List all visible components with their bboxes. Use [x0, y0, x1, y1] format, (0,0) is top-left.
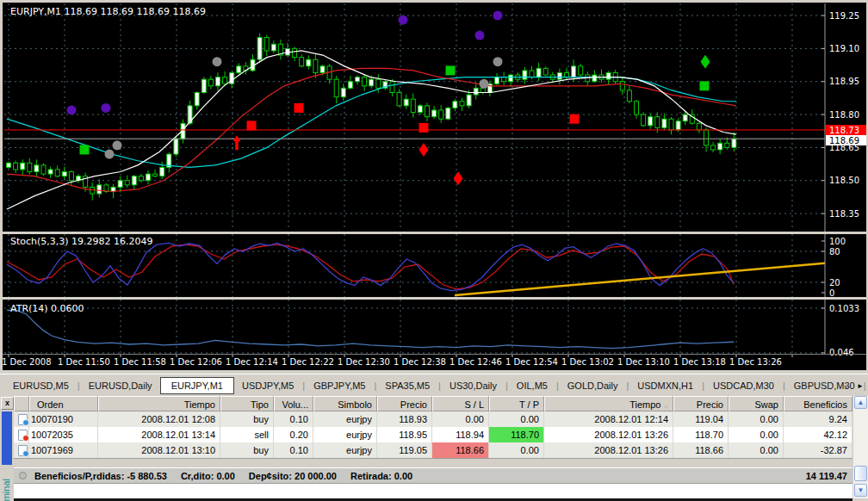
col-beneficios[interactable]: Beneficios — [784, 396, 852, 411]
svg-text:80: 80 — [829, 247, 840, 257]
deposit-total: Dep¢sito: 20 000.00 — [249, 471, 337, 481]
svg-text:1 Dec 12:22: 1 Dec 12:22 — [282, 357, 334, 367]
chart-tab-eurjpy-m1[interactable]: EURJPY,M1 — [160, 377, 234, 394]
type-cell: sell — [220, 427, 274, 442]
buy-order-icon — [18, 445, 28, 456]
terminal-side-strip: x minal — [0, 396, 14, 501]
chart-symbol-title: EURJPY,M1 118.69 118.69 118.69 118.69 — [10, 6, 206, 17]
profit-cell: -32.87 — [784, 442, 852, 458]
col-tiempo[interactable]: Tiempo — [98, 396, 220, 411]
chart-tab-eurusd-m5[interactable]: EURUSD,M5 — [5, 378, 77, 393]
type-cell: buy — [220, 442, 274, 458]
order-id-cell: 10070190 — [29, 411, 98, 427]
svg-text:118.50: 118.50 — [829, 176, 859, 185]
swap-cell: 0.00 — [728, 427, 784, 442]
col-precio-cierre[interactable]: Precio — [673, 396, 728, 411]
svg-text:119.10: 119.10 — [829, 44, 859, 53]
col-tiempo-cierre-label: Tiempo — [629, 399, 660, 410]
col-precio[interactable]: Precio — [377, 396, 432, 411]
atr-indicator-label: ATR(14) 0.0600 — [10, 303, 84, 314]
open-price-cell: 118.95 — [377, 427, 432, 442]
close-terminal-button[interactable]: x — [1, 397, 14, 410]
svg-text:1 Dec 13:02: 1 Dec 13:02 — [561, 357, 614, 367]
scroll-up-button[interactable]: ▲ — [854, 396, 867, 409]
profit-cell: 9.24 — [784, 411, 852, 427]
close-time-cell: 2008.12.01 13:26 — [544, 427, 673, 442]
col-tp[interactable]: T / P — [489, 396, 544, 411]
sl-cell: 0.00 — [432, 411, 489, 427]
volume-cell: 0.10 — [274, 411, 313, 427]
close-time-cell: 2008.12.01 12:14 — [544, 411, 673, 427]
price-chart[interactable]: 119.25119.10118.95118.80118.65118.50118.… — [0, 0, 868, 374]
chart-tab-usdmxn-h1[interactable]: USDMXN,H1 — [629, 378, 701, 393]
col-sl[interactable]: S / L — [432, 396, 489, 411]
swap-cell: 0.00 — [728, 411, 784, 427]
pane-splitter[interactable] — [3, 297, 866, 300]
terminal-empty-area — [14, 484, 852, 498]
close-price-cell: 119.04 — [673, 411, 728, 427]
svg-text:20: 20 — [829, 278, 840, 288]
tab-scroll-right-button[interactable]: ► — [857, 382, 864, 390]
order-row[interactable]: 10070190 2008.12.01 12:08 buy 0.10 eurjp… — [14, 411, 852, 427]
scrollbar-thumb[interactable] — [854, 466, 867, 481]
svg-text:118.73: 118.73 — [829, 126, 859, 135]
col-tiempo-cierre[interactable]: Tiempo▵ — [544, 396, 673, 411]
col-orden[interactable]: Orden — [29, 396, 98, 411]
tp-cell: 0.00 — [489, 411, 544, 427]
terminal-tab-indicator — [2, 411, 12, 465]
withdrawal-total: Retirada: 0.00 — [350, 471, 412, 481]
order-type-cell — [14, 442, 29, 458]
scroll-down-button[interactable]: ▼ — [854, 484, 867, 497]
order-type-cell — [14, 427, 29, 442]
ask-price-tag: 118.73 — [826, 125, 866, 135]
symbol-cell: eurjpy — [313, 442, 377, 458]
order-row[interactable]: 10071969 2008.12.01 13:10 buy 0.10 eurjp… — [14, 442, 852, 458]
credit-total: Cr,dito: 0.00 — [181, 471, 235, 481]
svg-text:1 Dec 11:58: 1 Dec 11:58 — [114, 357, 166, 367]
chart-tab-usdcad-m30[interactable]: USDCAD,M30 — [705, 378, 782, 393]
terminal-vertical-tab[interactable]: minal — [1, 479, 11, 501]
col-tipo[interactable]: Tipo — [220, 396, 274, 411]
close-time-cell: 2008.12.01 13:26 — [544, 442, 673, 458]
svg-text:1 Dec 13:26: 1 Dec 13:26 — [729, 357, 782, 367]
col-swap[interactable]: Swap — [728, 396, 784, 411]
svg-text:0.046: 0.046 — [829, 348, 854, 357]
svg-text:0: 0 — [829, 288, 834, 298]
col-volumen[interactable]: Volu... — [274, 396, 313, 411]
chart-tab-us30-daily[interactable]: US30,Daily — [442, 378, 505, 393]
chart-tab-eurusd-daily[interactable]: EURUSD,Daily — [81, 378, 160, 393]
svg-text:1 Dec 13:18: 1 Dec 13:18 — [673, 357, 726, 367]
volume-cell: 0.10 — [274, 442, 313, 458]
col-simbolo[interactable]: Simbolo — [313, 396, 377, 411]
sort-ascending-icon: ▵ — [664, 401, 668, 410]
chart-tab-gold-daily[interactable]: GOLD,Daily — [560, 378, 626, 393]
svg-text:118.80: 118.80 — [829, 110, 859, 120]
close-price-cell: 118.70 — [673, 427, 728, 442]
order-row[interactable]: 10072035 2008.12.01 13:14 sell 0.20 eurj… — [14, 427, 852, 442]
order-type-cell — [14, 411, 29, 427]
chart-tabs: EURUSD,M5|EURUSD,DailyEURJPY,M1USDJPY,M5… — [5, 377, 868, 394]
type-cell: buy — [220, 411, 274, 427]
profit-cell: 42.12 — [784, 427, 852, 442]
chart-tab-gbpjpy-m5[interactable]: GBPJPY,M5 — [306, 378, 373, 393]
tab-scroll-left-button[interactable]: ◄ — [842, 382, 849, 390]
terminal-scrollbar[interactable]: ▲ ▼ — [853, 396, 868, 498]
swap-cell: 0.00 — [728, 442, 784, 458]
sl-cell-hit: 118.66 — [432, 442, 489, 458]
balance-total: 14 119.47 — [806, 471, 847, 481]
svg-text:1 Dec 13:10: 1 Dec 13:10 — [617, 357, 670, 367]
pane-splitter[interactable] — [3, 232, 866, 234]
svg-text:1 Dec 12:06: 1 Dec 12:06 — [170, 357, 222, 367]
chart-tab-spa35-m5[interactable]: SPA35,M5 — [377, 378, 437, 393]
svg-text:1 Dec 12:38: 1 Dec 12:38 — [394, 357, 446, 367]
svg-text:119.25: 119.25 — [829, 11, 859, 21]
svg-text:1 Dec 12:14: 1 Dec 12:14 — [226, 357, 278, 367]
tp-cell: 0.00 — [489, 442, 544, 458]
status-dot-icon — [19, 472, 27, 479]
sl-cell: 118.94 — [432, 427, 489, 442]
order-id-cell: 10071969 — [29, 442, 98, 458]
chart-tab-oil-m5[interactable]: OIL,M5 — [509, 378, 555, 393]
stoch-indicator-label: Stoch(5,3,3) 19.2982 16.2049 — [10, 236, 153, 247]
bid-price-tag: 118.69 — [826, 135, 866, 145]
chart-tab-usdjpy-m5[interactable]: USDJPY,M5 — [234, 378, 301, 393]
